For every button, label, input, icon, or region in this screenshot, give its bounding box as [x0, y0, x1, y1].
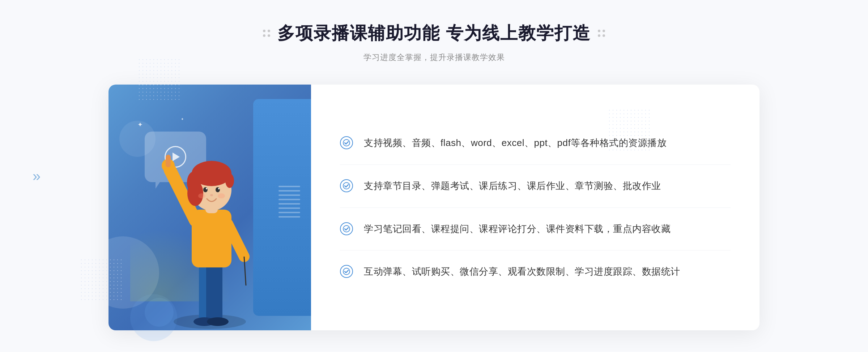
- svg-point-20: [218, 188, 220, 189]
- title-row: 多项录播课辅助功能 专为线上教学打造: [263, 22, 605, 45]
- svg-point-16: [187, 181, 203, 206]
- svg-rect-2: [206, 264, 222, 322]
- check-circle-3: [340, 222, 353, 235]
- sparkle-decoration-2: ✦: [181, 117, 184, 121]
- illustration-area: ✦ ✦: [109, 85, 311, 330]
- right-dots-decoration: [598, 30, 605, 37]
- left-dots-decoration: [263, 30, 270, 37]
- feature-item-4: 互动弹幕、试听购买、微信分享、观看次数限制、学习进度跟踪、数据统计: [340, 250, 731, 293]
- svg-rect-8: [166, 155, 171, 167]
- person-illustration: [152, 126, 268, 330]
- stripes-decoration: [278, 186, 300, 229]
- check-icon-1: [340, 136, 353, 149]
- feature-item-2: 支持章节目录、弹题考试、课后练习、课后作业、章节测验、批改作业: [340, 165, 731, 208]
- svg-point-18: [216, 187, 220, 192]
- feature-text-4: 互动弹幕、试听购买、微信分享、观看次数限制、学习进度跟踪、数据统计: [364, 264, 680, 279]
- svg-point-22: [198, 193, 205, 198]
- svg-point-23: [218, 193, 225, 198]
- features-area: 支持视频、音频、flash、word、excel、ppt、pdf等各种格式的资源…: [311, 85, 760, 330]
- svg-point-24: [343, 139, 350, 146]
- svg-point-21: [210, 194, 213, 196]
- check-icon-3: [340, 222, 353, 235]
- svg-point-15: [225, 173, 234, 188]
- header-section: 多项录播课辅助功能 专为线上教学打造 学习进度全掌握，提升录播课教学效果: [263, 22, 605, 63]
- svg-point-27: [343, 268, 350, 275]
- dots-right-decoration: [608, 108, 651, 152]
- content-card: ✦ ✦: [109, 85, 760, 330]
- check-circle-4: [340, 265, 353, 278]
- chevron-left-decoration: »: [33, 168, 41, 184]
- svg-point-25: [343, 183, 350, 189]
- check-icon-4: [340, 265, 353, 278]
- svg-point-4: [207, 317, 229, 326]
- dots-top-left-decoration: [137, 58, 181, 101]
- svg-point-26: [343, 226, 350, 232]
- page-container: » 多项录播课辅助功能 专为线上教学打造 学习进度全掌握，提升录播课教学效果: [0, 0, 868, 352]
- svg-point-19: [206, 188, 207, 189]
- feature-text-2: 支持章节目录、弹题考试、课后练习、课后作业、章节测验、批改作业: [364, 179, 661, 194]
- svg-point-17: [203, 187, 208, 192]
- page-subtitle: 学习进度全掌握，提升录播课教学效果: [263, 52, 605, 63]
- check-circle-1: [340, 136, 353, 149]
- page-title: 多项录播课辅助功能 专为线上教学打造: [277, 22, 590, 45]
- feature-text-3: 学习笔记回看、课程提问、课程评论打分、课件资料下载，重点内容收藏: [364, 222, 671, 237]
- feature-item-3: 学习笔记回看、课程提问、课程评论打分、课件资料下载，重点内容收藏: [340, 208, 731, 251]
- feature-item-1: 支持视频、音频、flash、word、excel、ppt、pdf等各种格式的资源…: [340, 122, 731, 165]
- check-icon-2: [340, 179, 353, 192]
- dots-bottom-left-decoration: [80, 258, 123, 301]
- sparkle-decoration-1: ✦: [137, 121, 143, 129]
- check-circle-2: [340, 179, 353, 192]
